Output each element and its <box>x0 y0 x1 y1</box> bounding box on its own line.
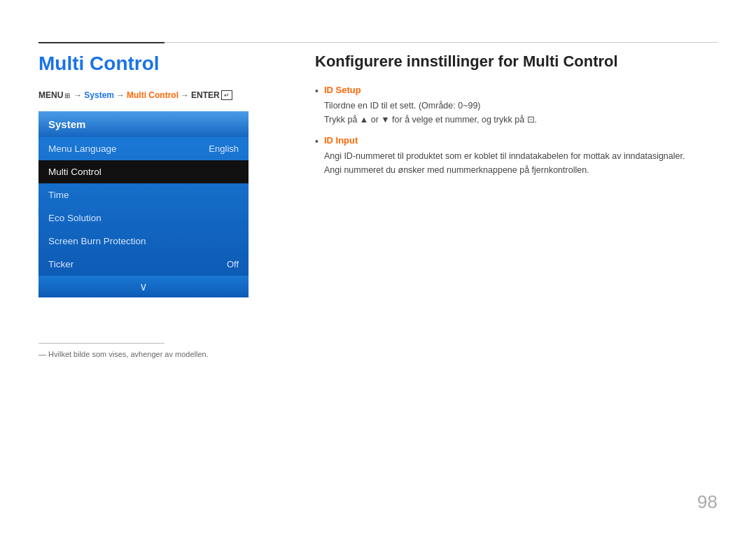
right-panel: Konfigurere innstillinger for Multi Cont… <box>315 52 718 185</box>
system-menu: System Menu Language English Multi Contr… <box>38 111 248 297</box>
id-setup-content: ID Setup Tilordne en ID til et sett. (Om… <box>324 85 537 127</box>
menu-item-label-multi-control: Multi Control <box>48 167 239 177</box>
menu-item-time[interactable]: Time <box>38 183 248 206</box>
section-id-setup: • ID Setup Tilordne en ID til et sett. (… <box>315 85 718 127</box>
menu-item-label-ticker: Ticker <box>48 259 227 269</box>
menu-item-eco-solution[interactable]: Eco Solution <box>38 206 248 230</box>
menu-item-label-time: Time <box>48 190 239 200</box>
left-panel: Multi Control MENU ⊞ → System → Multi Co… <box>38 52 312 297</box>
menu-item-multi-control[interactable]: Multi Control <box>38 160 248 183</box>
breadcrumb-multi: Multi Control <box>127 90 178 100</box>
top-accent <box>38 42 164 43</box>
page-title: Multi Control <box>38 52 312 75</box>
chevron-down-icon: ∨ <box>139 281 148 293</box>
breadcrumb-system: System <box>84 90 114 100</box>
id-input-title: ID Input <box>324 135 685 146</box>
section-id-input: • ID Input Angi ID-nummeret til produkte… <box>315 135 718 177</box>
id-setup-line2: Trykk på ▲ or ▼ for å velge et nummer, o… <box>324 113 537 127</box>
menu-item-value-ticker: Off <box>227 259 239 269</box>
id-setup-line1: Tilordne en ID til et sett. (Område: 0~9… <box>324 99 537 113</box>
menu-item-menu-language[interactable]: Menu Language English <box>38 137 248 160</box>
id-input-line1: Angi ID-nummeret til produktet som er ko… <box>324 149 685 163</box>
breadcrumb-arrow3: → <box>181 90 189 100</box>
breadcrumb-icon-menu: ⊞ <box>64 92 70 99</box>
breadcrumb-menu: MENU <box>38 90 63 100</box>
menu-item-ticker[interactable]: Ticker Off <box>38 253 248 276</box>
page-number: 98 <box>697 491 718 513</box>
breadcrumb-enter: ENTER <box>191 90 220 100</box>
menu-item-screen-burn[interactable]: Screen Burn Protection <box>38 230 248 253</box>
right-title: Konfigurere innstillinger for Multi Cont… <box>315 52 718 71</box>
bullet-icon-id-input: • <box>315 136 318 147</box>
menu-item-value-menu-language: English <box>209 143 239 154</box>
breadcrumb: MENU ⊞ → System → Multi Control → ENTER … <box>38 90 312 100</box>
menu-item-label-eco-solution: Eco Solution <box>48 213 239 223</box>
breadcrumb-arrow1: → <box>74 90 82 100</box>
menu-header: System <box>38 111 248 137</box>
menu-item-label-screen-burn: Screen Burn Protection <box>48 236 239 246</box>
bullet-icon-id-setup: • <box>315 85 318 97</box>
breadcrumb-arrow2: → <box>116 90 125 100</box>
footnote: ― Hvilket bilde som vises, avhenger av m… <box>38 350 209 358</box>
menu-footer-chevron: ∨ <box>38 276 248 297</box>
bottom-rule <box>38 343 164 344</box>
breadcrumb-enter-icon: ↵ <box>221 90 232 100</box>
menu-body: Menu Language English Multi Control Time… <box>38 137 248 276</box>
id-input-line2: Angi nummeret du ønsker med nummerknappe… <box>324 163 685 177</box>
id-input-content: ID Input Angi ID-nummeret til produktet … <box>324 135 685 177</box>
menu-item-label-menu-language: Menu Language <box>48 143 209 154</box>
id-setup-title: ID Setup <box>324 85 537 95</box>
